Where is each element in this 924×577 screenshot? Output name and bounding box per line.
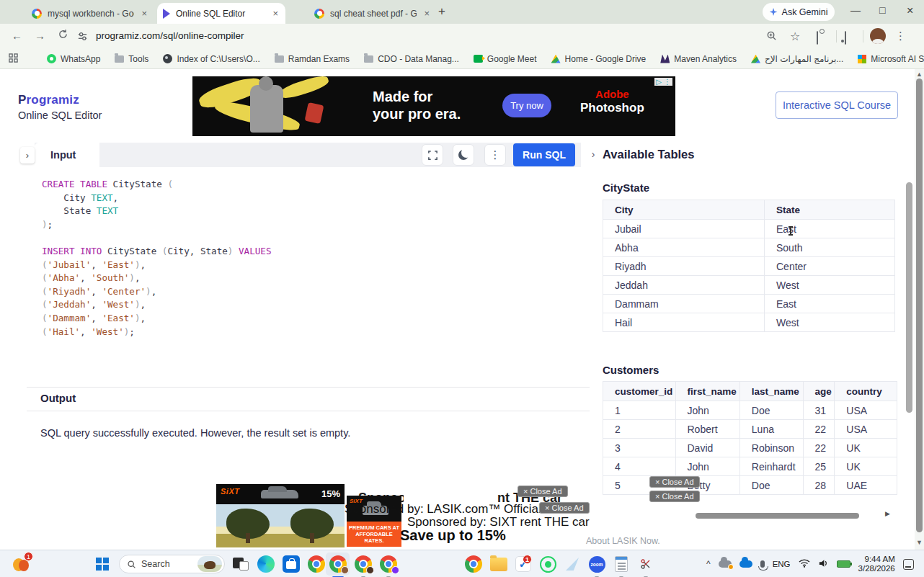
bookmark-tools[interactable]: Tools <box>115 54 148 64</box>
lens-search-icon[interactable] <box>845 32 846 44</box>
onedrive-icon[interactable] <box>739 560 752 568</box>
notification-pin-icon[interactable]: 1 <box>13 554 32 573</box>
file-explorer-icon[interactable] <box>490 555 507 573</box>
bookmark-ramdan-exams[interactable]: Ramdan Exams <box>275 54 350 64</box>
url-input[interactable]: programiz.com/sql/online-compiler <box>96 30 244 41</box>
profile-avatar[interactable] <box>870 28 886 44</box>
tab-sql-cheat-sheet[interactable]: sql cheat sheet pdf - Google Se × <box>308 3 437 24</box>
chrome-profile-1-icon[interactable] <box>329 555 347 573</box>
search-daily-image[interactable] <box>197 556 222 572</box>
customers-table[interactable]: customer_idfirst_namelast_nameagecountry… <box>603 381 897 495</box>
refresh-icon[interactable] <box>58 29 68 42</box>
minimize-button[interactable]: — <box>850 4 861 16</box>
notepad-icon[interactable] <box>613 555 630 573</box>
code-line[interactable]: ('Jeddah', 'West'), <box>42 298 581 312</box>
chrome-profile-3-icon[interactable] <box>380 555 397 573</box>
code-line[interactable]: ); <box>42 218 581 232</box>
code-editor[interactable]: CREATE TABLE CityState ( City TEXT, Stat… <box>27 167 581 387</box>
ad-banner[interactable]: Made for your pro era. Try now Adobe Pho… <box>192 76 675 136</box>
code-line[interactable]: INSERT INTO CityState (City, State) VALU… <box>42 245 581 259</box>
zoom-app-icon[interactable]: zoom <box>588 555 605 573</box>
scroll-right-arrow[interactable]: ▶ <box>885 510 890 517</box>
notification-center-icon[interactable] <box>903 559 914 570</box>
code-line[interactable] <box>42 231 581 245</box>
whatsapp-taskbar-icon[interactable] <box>539 555 556 573</box>
chrome-window-icon[interactable] <box>465 555 482 573</box>
close-ad-button[interactable]: × Close Ad <box>517 486 568 497</box>
close-ad-button[interactable]: × Close Ad <box>649 491 700 502</box>
bookmark-google-drive[interactable]: Home - Google Drive <box>551 54 647 64</box>
tab-close-icon[interactable]: × <box>271 8 280 19</box>
code-line[interactable]: CREATE TABLE CityState ( <box>42 178 581 192</box>
new-tab-button[interactable]: + <box>438 4 445 19</box>
volume-icon[interactable] <box>818 559 829 569</box>
ask-gemini-button[interactable]: Ask Gemini <box>763 3 835 21</box>
interactive-sql-course-button[interactable]: Interactive SQL Course <box>776 91 898 119</box>
tab-input[interactable]: Input <box>35 143 99 167</box>
tab-online-sql-editor[interactable]: Online SQL Editor × <box>157 3 285 24</box>
close-ad-button[interactable]: × Close Ad <box>539 502 590 514</box>
tab-mysql-workbench[interactable]: mysql workbench - Google Sea × <box>26 3 154 24</box>
code-line[interactable]: ('Hail', 'West'); <box>42 326 581 339</box>
task-view-button[interactable] <box>232 555 249 573</box>
site-settings-icon[interactable] <box>77 31 88 44</box>
editor-menu-button[interactable]: ⋮ <box>484 144 506 166</box>
scroll-up-arrow[interactable]: ▲ <box>916 71 923 78</box>
cloud-sync-icon[interactable] <box>719 560 732 568</box>
code-line[interactable]: City TEXT, <box>42 192 581 205</box>
edge-icon[interactable] <box>257 555 275 573</box>
pinned-app-icon[interactable] <box>564 555 581 573</box>
about-lasik-text[interactable]: About LASIK Now. <box>586 536 660 546</box>
adchoices-icon[interactable]: ▷⋮ <box>654 78 672 86</box>
sponsored-lasik-text[interactable]: Sponsored by: LASIK.com™ Official <box>345 502 541 516</box>
tab-close-icon[interactable]: × <box>140 8 148 19</box>
browser-menu-icon[interactable]: ⋮ <box>895 30 906 43</box>
collapse-tables-chevron[interactable]: › <box>586 146 600 162</box>
bookmark-google-meet[interactable]: Google Meet <box>474 54 537 64</box>
code-line[interactable]: State TEXT <box>42 205 581 218</box>
collapse-input-chevron[interactable]: › <box>20 147 35 164</box>
bookmark-maven-analytics[interactable]: Maven Analytics <box>660 54 737 64</box>
run-sql-button[interactable]: Run SQL <box>513 143 575 166</box>
zoom-page-icon[interactable] <box>766 30 777 43</box>
back-icon[interactable]: ← <box>12 30 22 42</box>
code-line[interactable]: ('Dammam', 'East'), <box>42 312 581 326</box>
bookmark-whatsapp[interactable]: WhatsApp <box>47 54 100 64</box>
battery-icon[interactable] <box>837 560 850 568</box>
chrome-profile-2-icon[interactable] <box>355 555 372 573</box>
bookmark-index[interactable]: Index of C:\Users\O... <box>163 54 259 64</box>
bookmark-cdo[interactable]: CDO - Data Manag... <box>364 54 459 64</box>
bookmark-star-icon[interactable]: ☆ <box>790 30 800 43</box>
horizontal-scrollbar-thumb[interactable] <box>696 513 859 519</box>
start-button[interactable] <box>94 555 111 573</box>
todo-check-icon[interactable]: ✓1 <box>515 555 532 573</box>
extensions-icon[interactable] <box>817 32 818 44</box>
taskbar-search[interactable]: Search <box>119 555 225 573</box>
page-scrollbar-thumb[interactable] <box>916 79 923 532</box>
code-line[interactable]: ('Abha', 'South'), <box>42 272 581 285</box>
apps-grid-icon[interactable] <box>9 53 18 65</box>
bookmark-microsoft-ai[interactable]: Microsoft AI Skills F... <box>858 54 924 64</box>
wifi-icon[interactable] <box>799 559 810 569</box>
tray-expand-chevron[interactable]: ^ <box>706 559 711 569</box>
code-line[interactable]: ('Jubail', 'East'), <box>42 259 581 272</box>
tab-close-icon[interactable]: × <box>422 8 431 19</box>
close-window-button[interactable]: × <box>907 4 913 17</box>
ad-try-now-button[interactable]: Try now <box>502 94 551 117</box>
programiz-logo[interactable]: PProgramizrogramiz <box>18 93 79 107</box>
language-indicator[interactable]: ENG <box>773 560 791 568</box>
dark-mode-button[interactable] <box>453 144 474 166</box>
code-line[interactable]: ('Riyadh', 'Center'), <box>42 285 581 299</box>
system-clock[interactable]: 9:44 AM 3/28/2026 <box>858 555 895 573</box>
forward-icon[interactable]: → <box>35 30 45 42</box>
save-up-text[interactable]: Save up to 15% <box>400 527 506 544</box>
chrome-icon[interactable] <box>308 555 325 573</box>
microsoft-store-icon[interactable] <box>283 555 300 573</box>
tables-panel-scrollbar[interactable] <box>906 182 912 413</box>
bookmark-arabic-program[interactable]: برنامج المهارات الإح... <box>751 54 843 64</box>
close-ad-button[interactable]: × Close Ad <box>649 476 700 488</box>
fullscreen-button[interactable] <box>422 144 443 166</box>
scroll-down-arrow[interactable]: ▼ <box>916 539 923 546</box>
sixt-ad-banner[interactable]: SiXT 15% <box>216 484 345 547</box>
snipping-tool-icon[interactable] <box>637 555 654 573</box>
